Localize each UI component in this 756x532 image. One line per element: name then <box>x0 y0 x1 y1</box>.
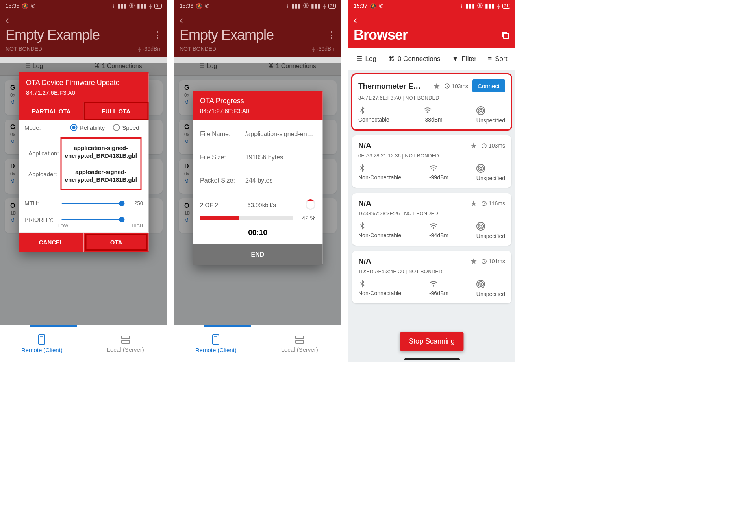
bottom-nav: Remote (Client) Local (Server) <box>0 325 167 362</box>
cards-icon[interactable] <box>500 30 510 40</box>
ota-button[interactable]: OTA <box>84 233 148 252</box>
nav-remote[interactable]: Remote (Client) <box>0 325 84 362</box>
list-icon: ☰ <box>356 55 362 63</box>
device-mac: 1D:ED:AE:53:4F:C0 | NOT BONDED <box>358 266 505 274</box>
page-title: Empty Example <box>180 27 274 43</box>
device-card[interactable]: Thermometer E…★103msConnect84:71:27:6E:F… <box>352 74 511 130</box>
mtu-slider[interactable] <box>61 203 122 204</box>
status-bar: 15:37 🔕 ✆ ᛒ ▮▮▮ Ⓡ ▮▮▮ ⏚ 31 <box>348 0 515 12</box>
svg-point-16 <box>433 170 434 171</box>
device-icon <box>211 334 220 345</box>
connect-button[interactable]: Connect <box>472 79 505 92</box>
bluetooth-icon: ᛒ <box>112 3 115 9</box>
filesize-value: 191056 bytes <box>245 154 283 161</box>
nav-remote[interactable]: Remote (Client) <box>174 325 258 362</box>
packetsize-row: Packet Size:244 bytes <box>193 169 322 192</box>
progress-percent: 42 % <box>297 214 315 221</box>
tab-full-ota[interactable]: FULL OTA <box>84 102 149 120</box>
device-card[interactable]: N/A★116ms16:33:67:28:3F:26 | NOT BONDEDN… <box>352 193 511 246</box>
connectable-stat: Non-Connectable <box>358 222 401 239</box>
roaming-icon: Ⓡ <box>477 2 483 9</box>
device-card[interactable]: N/A★101ms1D:ED:AE:53:4F:C0 | NOT BONDEDN… <box>352 251 511 303</box>
whatsapp-icon: ✆ <box>205 3 209 9</box>
filter-button[interactable]: ▼Filter <box>452 55 477 63</box>
device-card[interactable]: N/A★103ms0E:A3:28:21:12:36 | NOT BONDEDN… <box>352 135 511 188</box>
svg-point-12 <box>480 109 482 112</box>
device-mac: 0E:A3:28:21:12:36 | NOT BONDED <box>358 150 505 159</box>
menu-button[interactable]: ⋮ <box>327 30 336 40</box>
svg-rect-2 <box>122 336 130 339</box>
beacon-icon <box>476 222 485 231</box>
whatsapp-icon: ✆ <box>31 3 35 9</box>
beacon-stat: Unspecified <box>476 222 505 239</box>
filename-value: /application-signed-en… <box>245 131 313 138</box>
step-counter: 2 OF 2 <box>200 201 218 208</box>
bluetooth-icon: ᛒ <box>460 3 463 9</box>
priority-slider[interactable] <box>61 219 122 220</box>
rssi-stat: -96dBm <box>429 280 448 297</box>
back-button[interactable]: ‹ <box>6 15 9 25</box>
svg-point-13 <box>478 108 483 113</box>
svg-point-26 <box>433 285 434 286</box>
svg-point-17 <box>480 167 482 170</box>
application-file[interactable]: application-signed-encrypted_BRD4181B.gb… <box>65 144 137 159</box>
menu-button[interactable]: ⋮ <box>153 30 162 40</box>
bluetooth-icon <box>358 106 366 114</box>
nav-local[interactable]: Local (Server) <box>258 325 342 362</box>
bond-status: NOT BONDED <box>180 46 216 52</box>
svg-point-21 <box>433 227 434 229</box>
back-button[interactable]: ‹ <box>354 15 357 25</box>
dialog-mac: 84:71:27:6E:F3:A0 <box>26 87 141 96</box>
star-icon[interactable]: ★ <box>470 141 477 150</box>
status-time: 15:37 <box>354 3 367 9</box>
dnd-icon: 🔕 <box>22 3 28 9</box>
rssi-stat: -94dBm <box>429 222 448 239</box>
stop-scanning-button[interactable]: Stop Scanning <box>400 332 463 351</box>
device-name: Thermometer E… <box>358 82 429 91</box>
apploader-file[interactable]: apploader-signed-encrypted_BRD4181B.gbl <box>65 168 137 183</box>
radio-reliability[interactable]: Reliability <box>70 124 105 131</box>
star-icon[interactable]: ★ <box>470 257 477 266</box>
beacon-icon <box>476 106 485 115</box>
mtu-row: MTU: 250 <box>19 195 148 211</box>
mtu-label: MTU: <box>24 200 56 207</box>
wifi-icon <box>429 164 438 172</box>
rssi-label: ⏚ -39dBm <box>138 46 162 52</box>
gesture-handle[interactable] <box>404 358 460 360</box>
screen-ota-config: 15:35 🔕 ✆ ᛒ ▮▮▮ Ⓡ ▮▮▮ ⏚ 31 ‹ Empty Examp… <box>0 0 167 362</box>
star-icon[interactable]: ★ <box>470 199 477 208</box>
svg-rect-4 <box>213 335 219 344</box>
clock-icon <box>481 201 487 207</box>
cancel-button[interactable]: CANCEL <box>19 233 83 252</box>
radio-unchecked-icon <box>113 124 120 131</box>
bottom-nav: Remote (Client) Local (Server) <box>174 325 341 362</box>
sort-button[interactable]: ≡Sort <box>488 55 507 63</box>
signal-icon: ▮▮▮ <box>117 3 127 9</box>
priority-marks: LOW HIGH <box>19 224 148 232</box>
nav-local[interactable]: Local (Server) <box>84 325 168 362</box>
mode-label: Mode: <box>24 124 62 131</box>
radio-speed[interactable]: Speed <box>113 124 139 131</box>
filename-row: File Name:/application-signed-en… <box>193 123 322 146</box>
latency: 101ms <box>481 258 505 264</box>
gesture-handle[interactable] <box>230 358 285 360</box>
star-icon[interactable]: ★ <box>433 81 440 91</box>
server-icon <box>295 334 305 345</box>
end-button[interactable]: END <box>193 244 322 265</box>
clock-icon <box>481 259 487 264</box>
back-button[interactable]: ‹ <box>180 15 183 25</box>
app-header: ‹ Empty Example ⋮ NOT BONDED ⏚ -39dBm <box>174 12 341 57</box>
application-label: Application: <box>28 150 59 157</box>
svg-rect-3 <box>122 340 130 343</box>
device-name: N/A <box>358 199 466 208</box>
ota-tabs: PARTIAL OTA FULL OTA <box>19 102 148 120</box>
beacon-stat: Unspecified <box>476 164 505 181</box>
priority-row: PRIORITY: <box>19 211 148 224</box>
connections-button[interactable]: ⌘0 Connections <box>388 55 441 63</box>
wifi-icon <box>429 280 438 288</box>
tab-partial-ota[interactable]: PARTIAL OTA <box>19 102 84 120</box>
beacon-stat: Unspecified <box>476 106 505 124</box>
gesture-handle[interactable] <box>56 358 111 360</box>
device-list[interactable]: Thermometer E…★103msConnect84:71:27:6E:F… <box>348 70 515 307</box>
log-button[interactable]: ☰Log <box>356 55 376 63</box>
